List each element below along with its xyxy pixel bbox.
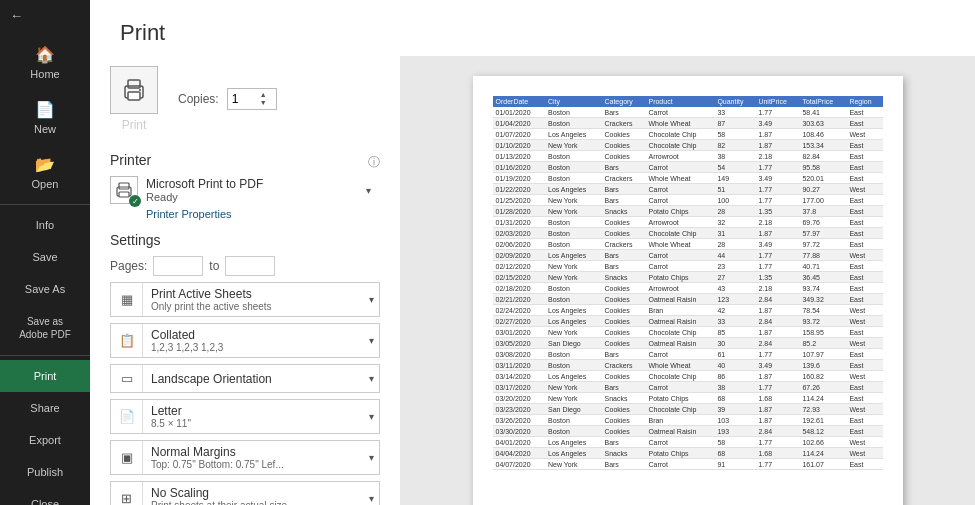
table-cell-5-4: 54 [714, 162, 755, 173]
info-icon[interactable]: ⓘ [368, 154, 380, 171]
table-cell-27-0: 03/23/2020 [493, 404, 546, 415]
printer-section-title: Printer [110, 152, 151, 168]
setting-text-paper: Letter 8.5 × 11" [143, 400, 363, 433]
table-cell-17-6: 349.32 [799, 294, 846, 305]
table-cell-0-1: Boston [545, 107, 601, 118]
setting-row-paper[interactable]: 📄 Letter 8.5 × 11" ▾ [110, 399, 380, 434]
table-cell-7-1: Los Angeles [545, 184, 601, 195]
pages-to-input[interactable] [225, 256, 275, 276]
table-cell-15-4: 27 [714, 272, 755, 283]
table-cell-29-6: 548.12 [799, 426, 846, 437]
copies-input[interactable] [232, 92, 260, 106]
sidebar-item-new[interactable]: 📄 New [0, 90, 90, 145]
pages-from-input[interactable] [153, 256, 203, 276]
table-cell-11-0: 02/03/2020 [493, 228, 546, 239]
open-icon: 📂 [35, 155, 55, 174]
sidebar-item-info[interactable]: Info [0, 209, 90, 241]
table-cell-13-1: Los Angeles [545, 250, 601, 261]
setting-main-scaling: No Scaling [151, 486, 355, 500]
setting-arrow-orientation[interactable]: ▾ [363, 365, 379, 392]
table-cell-20-7: East [846, 327, 882, 338]
table-cell-19-3: Oatmeal Raisin [645, 316, 714, 327]
copies-increment[interactable]: ▲ [260, 91, 267, 99]
table-cell-22-1: Boston [545, 349, 601, 360]
setting-arrow-paper[interactable]: ▾ [363, 400, 379, 433]
setting-row-orientation[interactable]: ▭ Landscape Orientation ▾ [110, 364, 380, 393]
table-cell-14-5: 1.77 [755, 261, 799, 272]
table-row: 02/27/2020Los AngelesCookiesOatmeal Rais… [493, 316, 883, 327]
table-cell-4-0: 01/13/2020 [493, 151, 546, 162]
table-cell-6-4: 149 [714, 173, 755, 184]
setting-text-scaling: No Scaling Print sheets at their actual … [143, 482, 363, 505]
table-cell-24-3: Chocolate Chip [645, 371, 714, 382]
table-cell-30-6: 102.66 [799, 437, 846, 448]
sidebar: ← 🏠 Home 📄 New 📂 Open Info Save Save As … [0, 0, 90, 505]
sidebar-item-save-adobe[interactable]: Save as Adobe PDF [0, 305, 90, 351]
setting-row-scaling[interactable]: ⊞ No Scaling Print sheets at their actua… [110, 481, 380, 505]
printer-icon-wrapper: ✓ [110, 176, 138, 204]
copies-decrement[interactable]: ▼ [260, 99, 267, 107]
table-cell-1-4: 87 [714, 118, 755, 129]
sidebar-item-close[interactable]: Close [0, 488, 90, 505]
table-cell-1-5: 3.49 [755, 118, 799, 129]
preview-table: OrderDateCityCategoryProductQuantityUnit… [493, 96, 883, 470]
table-cell-6-6: 520.01 [799, 173, 846, 184]
table-row: 01/01/2020BostonBarsCarrot331.7758.41Eas… [493, 107, 883, 118]
table-cell-1-3: Whole Wheat [645, 118, 714, 129]
table-cell-28-3: Bran [645, 415, 714, 426]
table-cell-0-2: Bars [601, 107, 645, 118]
sidebar-nav: 🏠 Home 📄 New 📂 Open Info Save Save As Sa… [0, 31, 90, 505]
table-cell-11-2: Cookies [601, 228, 645, 239]
setting-row-active-sheets[interactable]: ▦ Print Active Sheets Only print the act… [110, 282, 380, 317]
setting-arrow-collated[interactable]: ▾ [363, 324, 379, 357]
sidebar-item-open[interactable]: 📂 Open [0, 145, 90, 200]
table-cell-28-1: Boston [545, 415, 601, 426]
sidebar-item-publish[interactable]: Publish [0, 456, 90, 488]
back-button[interactable]: ← [0, 0, 90, 31]
table-cell-23-5: 3.49 [755, 360, 799, 371]
sidebar-item-print-label: Print [34, 370, 57, 382]
table-cell-11-5: 1.87 [755, 228, 799, 239]
table-cell-19-5: 2.84 [755, 316, 799, 327]
setting-row-margins[interactable]: ▣ Normal Margins Top: 0.75" Bottom: 0.75… [110, 440, 380, 475]
table-cell-17-5: 2.84 [755, 294, 799, 305]
table-cell-29-0: 03/30/2020 [493, 426, 546, 437]
printer-dropdown-arrow[interactable]: ▾ [366, 185, 380, 196]
sidebar-item-home[interactable]: 🏠 Home [0, 35, 90, 90]
table-cell-31-3: Potato Chips [645, 448, 714, 459]
table-cell-12-3: Whole Wheat [645, 239, 714, 250]
sidebar-item-publish-label: Publish [27, 466, 63, 478]
setting-arrow-margins[interactable]: ▾ [363, 441, 379, 474]
table-row: 01/16/2020BostonBarsCarrot541.7795.58Eas… [493, 162, 883, 173]
table-cell-29-4: 193 [714, 426, 755, 437]
setting-arrow-active-sheets[interactable]: ▾ [363, 283, 379, 316]
printer-ready-check: ✓ [129, 195, 141, 207]
printer-properties-link[interactable]: Printer Properties [146, 208, 380, 220]
table-cell-3-4: 82 [714, 140, 755, 151]
print-button[interactable]: Print [110, 66, 158, 132]
svg-point-3 [139, 89, 141, 91]
printer-status: Ready [146, 191, 358, 203]
table-cell-25-5: 1.77 [755, 382, 799, 393]
sidebar-item-share[interactable]: Share [0, 392, 90, 424]
table-cell-4-2: Cookies [601, 151, 645, 162]
table-cell-30-3: Carrot [645, 437, 714, 448]
setting-row-collated[interactable]: 📋 Collated 1,2,3 1,2,3 1,2,3 ▾ [110, 323, 380, 358]
sidebar-item-save[interactable]: Save [0, 241, 90, 273]
table-cell-13-7: West [846, 250, 882, 261]
table-cell-8-6: 177.00 [799, 195, 846, 206]
table-row: 04/01/2020Los AngelesBarsCarrot581.77102… [493, 437, 883, 448]
table-cell-27-1: San Diego [545, 404, 601, 415]
table-cell-5-2: Bars [601, 162, 645, 173]
sidebar-item-export[interactable]: Export [0, 424, 90, 456]
table-cell-24-4: 86 [714, 371, 755, 382]
copies-input-wrapper: ▲ ▼ [227, 88, 277, 111]
table-cell-10-3: Arrowroot [645, 217, 714, 228]
table-cell-28-5: 1.87 [755, 415, 799, 426]
sidebar-item-save-as[interactable]: Save As [0, 273, 90, 305]
settings-section: Settings Pages: to ▦ Print Active Sheets… [110, 232, 380, 505]
sidebar-item-print[interactable]: Print [0, 360, 90, 392]
setting-text-collated: Collated 1,2,3 1,2,3 1,2,3 [143, 324, 363, 357]
table-cell-13-6: 77.88 [799, 250, 846, 261]
setting-arrow-scaling[interactable]: ▾ [363, 482, 379, 505]
